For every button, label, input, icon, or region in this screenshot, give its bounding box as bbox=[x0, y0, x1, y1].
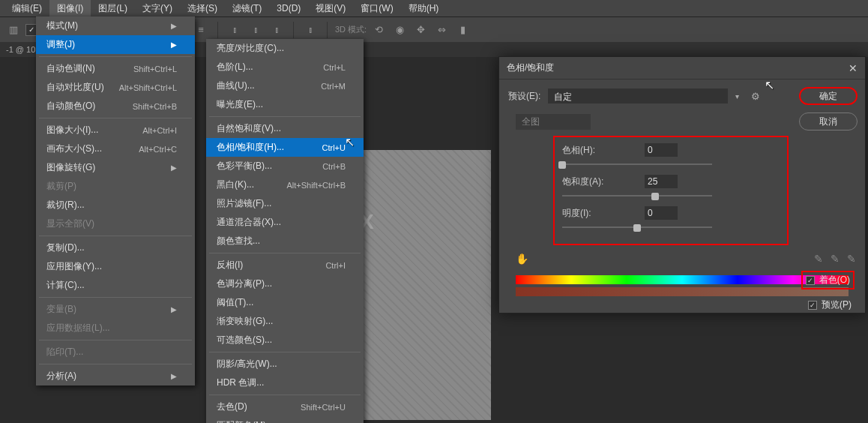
menubar-item[interactable]: 视图(V) bbox=[308, 0, 353, 17]
menu-item-label: 计算(C)... bbox=[46, 279, 85, 292]
menubar-item[interactable]: 编辑(E) bbox=[4, 0, 49, 17]
distribute-icon[interactable]: ⫾ bbox=[301, 21, 319, 39]
menu-item[interactable]: 通道混合器(X)... bbox=[206, 213, 364, 232]
dialog-titlebar[interactable]: 色相/饱和度 ✕ bbox=[499, 57, 865, 80]
menu-shortcut: Shift+Ctrl+B bbox=[133, 102, 177, 111]
preview-checkbox-row[interactable]: ✓ 预览(P) bbox=[805, 297, 855, 313]
dropdown-icon[interactable]: ▾ bbox=[735, 92, 739, 100]
menu-item[interactable]: 画布大小(S)...Alt+Ctrl+C bbox=[36, 140, 195, 158]
eyedropper-minus-icon[interactable]: ✎ bbox=[847, 253, 856, 265]
saturation-slider[interactable] bbox=[562, 191, 712, 200]
menu-item[interactable]: 自动对比度(U)Alt+Shift+Ctrl+L bbox=[36, 78, 195, 97]
menu-item[interactable]: 分析(A)▶ bbox=[36, 367, 195, 386]
menu-item[interactable]: 黑白(K)...Alt+Shift+Ctrl+B bbox=[206, 176, 364, 194]
distribute-icon[interactable]: ⫾ bbox=[268, 21, 286, 39]
menu-item[interactable]: 自动颜色(O)Shift+Ctrl+B bbox=[36, 97, 195, 116]
menu-item[interactable]: 图像大小(I)...Alt+Ctrl+I bbox=[36, 121, 195, 140]
menu-item-label: 裁剪(P) bbox=[46, 180, 76, 193]
adjustments-submenu: 亮度/对比度(C)...色阶(L)...Ctrl+L曲线(U)...Ctrl+M… bbox=[206, 39, 364, 423]
menu-item[interactable]: 渐变映射(G)... bbox=[206, 312, 364, 331]
menu-item[interactable]: 自然饱和度(V)... bbox=[206, 119, 364, 138]
3d-orbit-icon[interactable]: ⟲ bbox=[370, 21, 388, 39]
canvas-area[interactable] bbox=[349, 150, 491, 420]
menu-item[interactable]: 复制(D)... bbox=[36, 238, 195, 257]
dialog-title-text: 色相/饱和度 bbox=[507, 62, 554, 74]
lightness-input[interactable] bbox=[645, 206, 678, 220]
ok-button[interactable]: 确定 bbox=[799, 87, 858, 105]
menu-item[interactable]: 图像旋转(G)▶ bbox=[36, 158, 195, 177]
menu-shortcut: Alt+Shift+Ctrl+L bbox=[119, 83, 177, 92]
menubar-item[interactable]: 窗口(W) bbox=[353, 0, 400, 17]
menu-item[interactable]: 颜色查找... bbox=[206, 232, 364, 250]
menu-item[interactable]: HDR 色调... bbox=[206, 374, 364, 392]
3d-pan-icon[interactable]: ✥ bbox=[412, 21, 430, 39]
menu-item[interactable]: 照片滤镜(F)... bbox=[206, 194, 364, 213]
menu-item[interactable]: 计算(C)... bbox=[36, 276, 195, 295]
menubar-item[interactable]: 滤镜(T) bbox=[225, 0, 269, 17]
menu-shortcut: Ctrl+L bbox=[323, 63, 346, 72]
menu-item[interactable]: 阈值(T)... bbox=[206, 293, 364, 312]
colorize-checkbox[interactable]: ✓ bbox=[806, 276, 815, 285]
sliders-group: 色相(H): 饱和度(A): 明度(I): bbox=[553, 136, 789, 245]
menu-separator bbox=[39, 56, 192, 57]
menu-item-label: 显示全部(V) bbox=[46, 218, 94, 230]
preset-select[interactable]: 自定 bbox=[548, 88, 728, 104]
menu-item[interactable]: 阴影/高光(W)... bbox=[206, 355, 364, 374]
menu-item[interactable]: 自动色调(N)Shift+Ctrl+L bbox=[36, 59, 195, 78]
menu-item-label: 通道混合器(X)... bbox=[217, 216, 281, 229]
hue-slider[interactable] bbox=[562, 160, 712, 169]
menu-separator bbox=[39, 364, 192, 364]
menu-separator bbox=[209, 394, 361, 395]
3d-camera-icon[interactable]: ▮ bbox=[453, 21, 471, 39]
colorize-checkbox-row[interactable]: ✓ 着色(O) bbox=[801, 271, 855, 290]
menu-item[interactable]: 匹配颜色(M)... bbox=[206, 416, 364, 423]
menu-item[interactable]: 调整(J)▶ bbox=[36, 35, 195, 54]
gear-icon[interactable]: ⚙ bbox=[751, 91, 760, 102]
menu-item[interactable]: 色彩平衡(B)...Ctrl+B bbox=[206, 157, 364, 176]
menu-item[interactable]: 曝光度(E)... bbox=[206, 95, 364, 114]
menu-shortcut: Ctrl+I bbox=[325, 261, 346, 270]
menu-item-label: 色阶(L)... bbox=[217, 61, 253, 74]
saturation-input[interactable] bbox=[645, 175, 678, 188]
distribute-icon[interactable]: ⫾ bbox=[247, 21, 265, 39]
menubar-item[interactable]: 帮助(H) bbox=[401, 0, 447, 17]
menu-item-label: 调整(J) bbox=[46, 38, 75, 51]
hand-icon[interactable]: ✋ bbox=[516, 253, 528, 265]
menu-separator bbox=[39, 118, 192, 118]
lightness-slider[interactable] bbox=[562, 223, 712, 232]
menu-item[interactable]: 色阶(L)...Ctrl+L bbox=[206, 58, 364, 76]
menu-item[interactable]: 色调分离(P)... bbox=[206, 274, 364, 293]
menu-item[interactable]: 色相/饱和度(H)...Ctrl+U bbox=[206, 138, 364, 157]
saturation-label: 饱和度(A): bbox=[562, 176, 645, 188]
menu-item[interactable]: 亮度/对比度(C)... bbox=[206, 39, 364, 58]
submenu-arrow-icon: ▶ bbox=[171, 40, 177, 49]
3d-slide-icon[interactable]: ⇔ bbox=[433, 21, 450, 39]
menu-shortcut: Alt+Shift+Ctrl+B bbox=[286, 181, 346, 190]
menu-item[interactable]: 反相(I)Ctrl+I bbox=[206, 256, 364, 274]
menubar-item[interactable]: 图层(L) bbox=[91, 0, 135, 17]
menubar-item[interactable]: 3D(D) bbox=[269, 1, 308, 16]
menu-item[interactable]: 裁切(R)... bbox=[36, 196, 195, 214]
cancel-button[interactable]: 取消 bbox=[799, 112, 858, 130]
eyedropper-plus-icon[interactable]: ✎ bbox=[831, 253, 840, 265]
menubar-item[interactable]: 文字(Y) bbox=[135, 0, 180, 17]
submenu-arrow-icon: ▶ bbox=[171, 22, 177, 30]
menubar-item[interactable]: 选择(S) bbox=[180, 0, 225, 17]
tool-icon[interactable]: ▥ bbox=[4, 21, 22, 39]
menu-item[interactable]: 模式(M)▶ bbox=[36, 16, 195, 35]
preview-checkbox[interactable]: ✓ bbox=[808, 301, 817, 310]
menu-item[interactable]: 可选颜色(S)... bbox=[206, 331, 364, 350]
eyedropper-icon[interactable]: ✎ bbox=[814, 253, 823, 265]
menu-item[interactable]: 曲线(U)...Ctrl+M bbox=[206, 76, 364, 95]
distribute-icon[interactable]: ⫾ bbox=[226, 21, 244, 39]
spectrum-bar-top bbox=[516, 275, 849, 284]
menubar-item[interactable]: 图像(I) bbox=[49, 0, 91, 17]
range-select[interactable]: 全图 bbox=[516, 114, 591, 130]
close-icon[interactable]: ✕ bbox=[849, 62, 858, 74]
3d-roll-icon[interactable]: ◉ bbox=[391, 21, 409, 39]
menu-item[interactable]: 应用图像(Y)... bbox=[36, 257, 195, 276]
menu-item[interactable]: 去色(D)Shift+Ctrl+U bbox=[206, 398, 364, 416]
menu-item-label: 阴影/高光(W)... bbox=[217, 358, 277, 370]
menu-shortcut: Shift+Ctrl+U bbox=[301, 403, 346, 412]
hue-input[interactable] bbox=[645, 143, 678, 157]
